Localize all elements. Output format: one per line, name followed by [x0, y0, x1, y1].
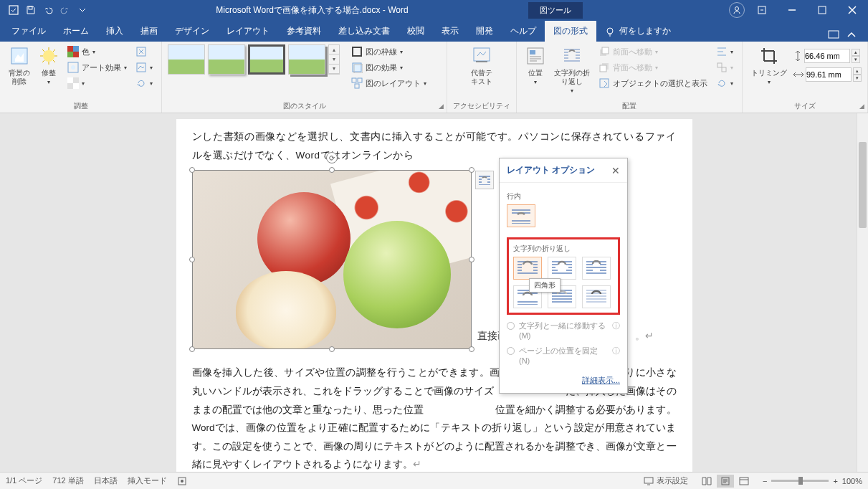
dialog-launcher-icon[interactable]: ◢ [857, 102, 866, 110]
account-icon[interactable] [729, 2, 745, 18]
fix-position-radio[interactable]: ページ上の位置を固定(N)ⓘ [507, 343, 620, 368]
selection-pane-button[interactable]: オブジェクトの選択と表示 [596, 76, 710, 90]
move-with-text-radio[interactable]: 文字列と一緒に移動する(M)ⓘ [507, 318, 620, 343]
bring-forward-button[interactable]: 前面へ移動▾ [596, 44, 710, 59]
tab-file[interactable]: ファイル [3, 21, 54, 42]
collapse-ribbon-icon[interactable] [846, 30, 857, 40]
style-thumb[interactable] [248, 44, 285, 75]
svg-rect-22 [352, 78, 356, 82]
tab-help[interactable]: ヘルプ [502, 21, 545, 42]
color-button[interactable]: 色▾ [65, 44, 130, 59]
tab-layout[interactable]: レイアウト [218, 21, 278, 42]
picture-layout-button[interactable]: 図のレイアウト▾ [348, 76, 429, 90]
wrap-through-option[interactable] [582, 257, 611, 280]
corrections-button[interactable]: 修整▾ [36, 44, 62, 87]
style-thumb[interactable] [168, 44, 205, 75]
group-accessibility: 代替テ キスト アクセシビリティ [447, 42, 517, 113]
resize-handle[interactable] [189, 257, 195, 262]
tab-review[interactable]: 校閲 [399, 21, 433, 42]
resize-handle[interactable] [329, 167, 335, 173]
maximize-button[interactable] [809, 0, 835, 20]
compress-pictures-button[interactable] [133, 44, 156, 59]
close-button[interactable] [839, 0, 865, 20]
wrap-text-button[interactable]: 文字列の折 り返し▾ [551, 44, 593, 96]
tab-design[interactable]: デザイン [166, 21, 218, 42]
language[interactable]: 日本語 [94, 475, 118, 486]
tab-view[interactable]: 表示 [433, 21, 467, 42]
read-mode-button[interactable] [698, 475, 715, 488]
tab-references[interactable]: 参考資料 [278, 21, 330, 42]
undo-icon[interactable] [40, 2, 56, 18]
transparency-button[interactable]: ▾ [65, 76, 130, 90]
layout-options-button[interactable] [475, 171, 494, 189]
dialog-launcher-icon[interactable]: ◢ [437, 102, 445, 110]
zoom-control[interactable]: − + 100% [763, 477, 862, 485]
rotate-handle[interactable]: ⟳ [326, 152, 338, 163]
web-layout-button[interactable] [735, 475, 753, 488]
qat-customize-icon[interactable] [75, 2, 90, 18]
wrap-section-label: 文字列の折り返し [513, 244, 614, 254]
resize-handle[interactable] [189, 167, 195, 173]
zoom-percent[interactable]: 100% [842, 477, 862, 485]
style-thumb[interactable] [208, 44, 245, 75]
tab-draw[interactable]: 描画 [132, 21, 166, 42]
group-button[interactable]: ▾ [713, 60, 736, 75]
display-settings[interactable]: 表示設定 [644, 475, 688, 486]
svg-rect-0 [9, 6, 18, 14]
tell-me[interactable]: 何をしますか [596, 21, 679, 42]
picture-effects-button[interactable]: 図の効果▾ [348, 60, 429, 75]
remove-background-button[interactable]: 背景の 削除 [6, 44, 33, 87]
tab-mailings[interactable]: 差し込み文書 [330, 21, 399, 42]
style-thumb[interactable] [288, 44, 325, 75]
info-icon[interactable]: ⓘ [612, 346, 620, 356]
zoom-in-button[interactable]: + [833, 477, 837, 485]
alt-text-button[interactable]: 代替テ キスト [468, 44, 495, 87]
crop-button[interactable]: トリミング▾ [748, 44, 790, 87]
close-icon[interactable]: ✕ [611, 165, 620, 176]
wrap-inline-option[interactable] [507, 204, 535, 227]
zoom-slider[interactable] [771, 480, 829, 482]
resize-handle[interactable] [469, 167, 474, 173]
tab-developer[interactable]: 開発 [467, 21, 502, 42]
tab-picture-format[interactable]: 図の形式 [545, 21, 596, 42]
svg-rect-16 [73, 83, 79, 89]
gallery-scroll[interactable]: ▴▾▾ [328, 44, 340, 75]
resize-handle[interactable] [329, 346, 335, 352]
resize-handle[interactable] [469, 346, 474, 352]
tab-home[interactable]: ホーム [54, 21, 97, 42]
autosave-icon[interactable] [6, 2, 22, 18]
position-button[interactable]: 位置▾ [523, 44, 548, 87]
height-input[interactable]: ▴▾ [793, 49, 862, 63]
minimize-button[interactable] [779, 0, 805, 20]
selected-image[interactable]: ⟳ [192, 170, 472, 349]
reset-picture-button[interactable]: ▾ [133, 76, 156, 90]
detail-link[interactable]: 詳細表示... [582, 376, 620, 384]
wrap-front-option[interactable] [582, 285, 611, 308]
width-input[interactable]: ▴▾ [793, 67, 862, 82]
rotate-button[interactable]: ▾ [713, 76, 736, 90]
print-layout-button[interactable] [717, 475, 734, 488]
tab-insert[interactable]: 挿入 [97, 21, 132, 42]
save-icon[interactable] [23, 2, 39, 18]
insert-mode[interactable]: 挿入モード [128, 475, 167, 486]
wrap-tight-option[interactable] [548, 257, 576, 280]
vertical-scrollbar[interactable] [857, 113, 868, 472]
picture-border-button[interactable]: 図の枠線▾ [348, 44, 429, 59]
info-icon[interactable]: ⓘ [612, 321, 620, 331]
resize-handle[interactable] [469, 257, 474, 262]
page-count[interactable]: 1/1 ページ [6, 475, 42, 486]
wrap-square-option[interactable] [513, 257, 542, 280]
redo-icon[interactable] [57, 2, 73, 18]
ribbon-options-icon[interactable] [749, 0, 775, 20]
layout-options-popup: レイアウト オプション ✕ 行内 文字列の折り返し 四角形 文字列と一緒に移動す… [499, 158, 628, 394]
resize-handle[interactable] [189, 346, 195, 352]
change-picture-button[interactable]: ▾ [133, 60, 156, 75]
align-button[interactable]: ▾ [713, 44, 736, 59]
macro-icon[interactable] [177, 476, 187, 486]
artistic-effects-button[interactable]: アート効果▾ [65, 60, 130, 75]
word-count[interactable]: 712 単語 [52, 475, 83, 486]
picture-styles-gallery[interactable]: ▴▾▾ [168, 44, 340, 75]
zoom-out-button[interactable]: − [763, 477, 767, 485]
send-backward-button[interactable]: 背面へ移動▾ [596, 60, 710, 75]
share-icon[interactable] [828, 29, 841, 42]
